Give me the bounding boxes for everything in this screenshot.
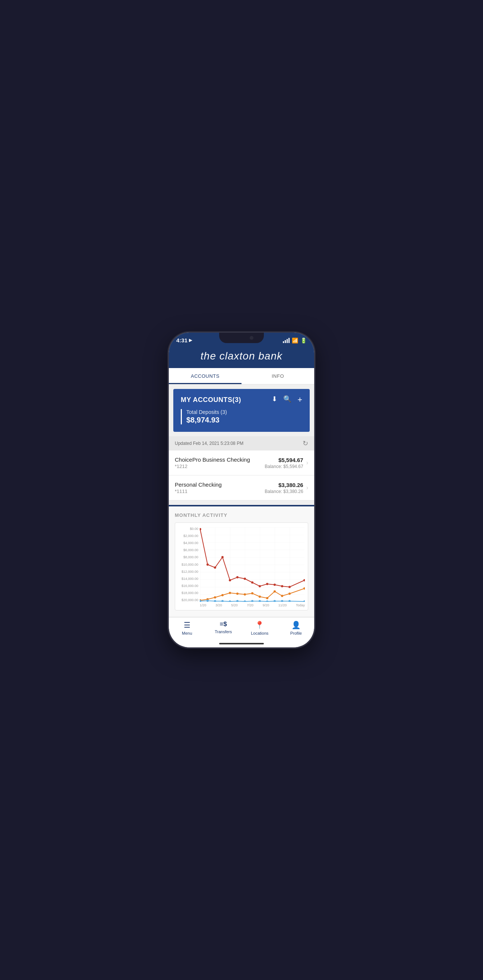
account-name-personal: Personal Checking [175,481,222,488]
nav-locations[interactable]: 📍 Locations [242,620,278,635]
home-bar [219,643,264,644]
app-title: the claxton bank [176,350,307,362]
svg-point-4 [221,556,224,558]
deposit-amount: $8,974.93 [186,416,302,424]
account-num-business: *1212 [175,463,250,469]
account-row-personal[interactable]: Personal Checking *1111 $3,380.26 Balanc… [169,476,314,500]
chevron-icon-personal: › [307,484,308,491]
svg-point-10 [266,583,269,585]
signal-bar-1 [283,341,284,343]
chart-svg [200,527,305,602]
svg-point-19 [229,592,231,594]
accounts-title: MY ACCOUNTS(3) [181,396,241,404]
profile-icon: 👤 [291,620,301,630]
signal-bar-4 [288,338,289,343]
svg-point-22 [251,592,253,594]
svg-point-8 [251,581,253,584]
svg-point-30 [207,600,209,602]
x-label-mar: 3/20 [215,603,222,607]
monthly-section: MONTHLY ACTIVITY $20,000.00 $18,000.00 $… [169,506,314,616]
app-header: the claxton bank [169,347,314,368]
tabs-bar: ACCOUNTS INFO [169,368,314,385]
updated-bar: Updated Feb 14, 2021 5:23:08 PM ↻ [169,436,314,450]
locations-icon: 📍 [255,620,264,630]
main-content[interactable]: MY ACCOUNTS(3) ⬇ 🔍 + Total Deposits (3) … [169,385,314,617]
svg-point-18 [221,594,224,596]
home-indicator [169,640,314,648]
x-label-nov: 11/20 [278,603,287,607]
bottom-nav: ☰ Menu ≡$ Transfers 📍 Locations 👤 Profil… [169,617,314,640]
deposit-label: Total Deposits (3) [186,409,302,415]
location-icon: ▶ [189,338,192,343]
y-axis: $20,000.00 $18,000.00 $16,000.00 $14,000… [178,527,200,602]
svg-point-6 [236,576,238,578]
menu-label: Menu [182,631,192,635]
account-balance-personal: $3,380.26 Balance: $3,380.26 › [265,482,308,494]
x-label-today: Today [296,603,305,607]
tab-info[interactable]: INFO [242,368,314,384]
svg-point-3 [214,566,216,569]
transfers-icon: ≡$ [220,620,227,628]
monthly-title: MONTHLY ACTIVITY [175,512,308,518]
updated-text: Updated Feb 14, 2021 5:23:08 PM [175,441,243,446]
signal-bar-3 [287,339,288,343]
x-axis: 1/20 3/20 5/20 7/20 9/20 11/20 Today [178,602,305,607]
nav-profile[interactable]: 👤 Profile [278,620,315,635]
x-label-may: 5/20 [231,603,238,607]
svg-point-20 [236,593,238,595]
wifi-icon: 📶 [292,337,298,344]
svg-point-5 [229,579,231,581]
status-right: 📶 🔋 [283,337,307,344]
accounts-title-row: MY ACCOUNTS(3) ⬇ 🔍 + [181,395,302,405]
refresh-icon[interactable]: ↻ [303,439,308,447]
locations-label: Locations [251,631,269,635]
svg-point-21 [244,593,246,595]
account-num-personal: *1111 [175,488,222,494]
tab-accounts[interactable]: ACCOUNTS [169,368,242,384]
account-amount-business: $5,594.67 Balance: $5,594.67 [265,457,303,469]
deposit-section: Total Deposits (3) $8,974.93 [181,409,302,424]
account-balance-business: $5,594.67 Balance: $5,594.67 › [265,457,308,469]
search-icon[interactable]: 🔍 [283,395,291,405]
account-info-personal: Personal Checking *1111 [175,481,222,494]
svg-point-27 [288,593,291,595]
account-info-business: ChoicePro Business Checking *1212 [175,457,250,469]
svg-point-25 [273,590,276,593]
chart-area: $20,000.00 $18,000.00 $16,000.00 $14,000… [178,527,305,602]
camera-dot [250,336,253,340]
account-name-business: ChoicePro Business Checking [175,457,250,463]
battery-icon: 🔋 [300,337,307,344]
account-rows: ChoicePro Business Checking *1212 $5,594… [169,450,314,500]
time-display: 4:31 [176,337,187,344]
svg-point-13 [288,586,291,588]
svg-point-17 [214,596,216,598]
chart-container: $20,000.00 $18,000.00 $16,000.00 $14,000… [175,522,308,611]
svg-point-26 [281,595,283,597]
account-row-business[interactable]: ChoicePro Business Checking *1212 $5,594… [169,450,314,476]
signal-bars [283,338,289,343]
svg-point-7 [244,578,246,580]
download-icon[interactable]: ⬇ [272,395,277,405]
svg-point-11 [273,584,276,586]
nav-transfers[interactable]: ≡$ Transfers [205,620,242,635]
accounts-header-card: MY ACCOUNTS(3) ⬇ 🔍 + Total Deposits (3) … [173,389,310,432]
svg-point-2 [207,563,209,566]
notch [219,332,264,343]
svg-point-24 [266,597,269,599]
phone-screen: 4:31 ▶ 📶 🔋 the claxton bank ACCOUNTS [169,332,314,648]
x-label-sep: 9/20 [263,603,269,607]
status-left: 4:31 ▶ [176,337,192,344]
chevron-icon-business: › [307,460,308,466]
account-amount-personal: $3,380.26 Balance: $3,380.26 [265,482,303,494]
add-icon[interactable]: + [297,395,302,405]
accounts-icons: ⬇ 🔍 + [272,395,302,405]
profile-label: Profile [290,631,302,635]
nav-menu[interactable]: ☰ Menu [169,620,205,635]
svg-rect-0 [200,527,305,602]
svg-point-23 [259,595,261,598]
svg-point-12 [281,585,283,587]
x-label-jul: 7/20 [247,603,253,607]
menu-icon: ☰ [184,620,191,630]
transfers-label: Transfers [214,630,232,634]
signal-bar-2 [285,340,286,343]
